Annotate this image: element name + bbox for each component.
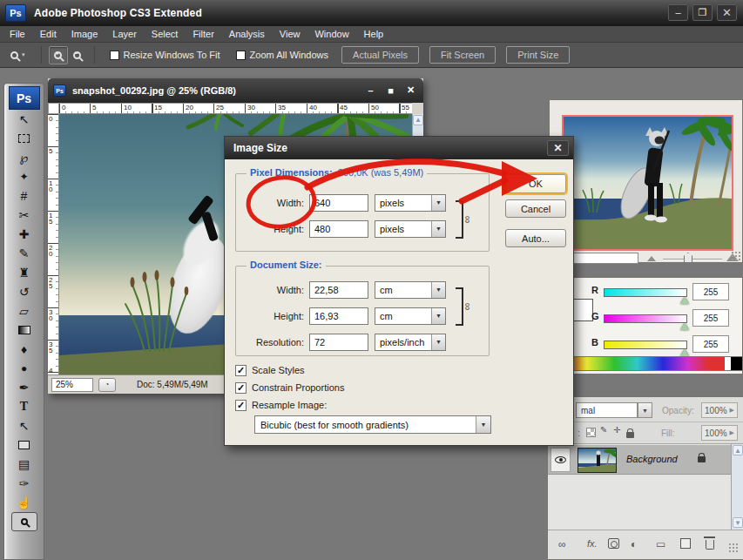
new-layer-icon[interactable] [680,538,691,549]
tool-move[interactable]: ↖ [11,110,37,129]
spectrum-black-swatch[interactable] [731,357,742,370]
pixel-width-unit-select[interactable]: pixels ▼ [375,194,446,212]
menu-analysis[interactable]: Analysis [227,29,267,39]
maximize-button[interactable]: ❐ [692,4,713,21]
doc-width-input[interactable]: 22,58 [309,281,368,299]
resample-method-select[interactable]: Bicubic (best for smooth gradients) ▼ [254,415,491,434]
panel-resize-grip[interactable] [731,251,741,261]
menu-filter[interactable]: Filter [191,29,215,39]
tool-type[interactable]: T [11,397,37,416]
tool-path-selection[interactable]: ↖ [11,416,37,435]
document-titlebar[interactable]: Ps snapshot_00292.jpg @ 25% (RGB/8) – ■ … [48,78,423,103]
resample-image-checkbox[interactable]: ✓ [235,400,247,411]
tool-clone-stamp[interactable]: ♜ [11,263,37,282]
menu-file[interactable]: File [8,29,27,39]
tool-history-brush[interactable]: ↺ [11,282,37,301]
blend-mode-chevron-icon[interactable]: ▼ [638,402,652,418]
constrain-proportions-checkbox-group[interactable]: ✓ Constrain Proportions [235,381,344,395]
menu-image[interactable]: Image [70,29,100,39]
dialog-titlebar[interactable]: Image Size ✕ [225,137,573,159]
doc-maximize-button[interactable]: ■ [382,83,399,98]
resize-windows-checkbox-group[interactable]: Resize Windows To Fit [110,50,220,60]
chevron-down-icon[interactable]: ▼ [431,308,445,324]
ok-button[interactable]: OK [505,174,566,193]
link-layers-icon[interactable]: ∞ [558,538,566,550]
tool-eyedropper[interactable]: ✑ [11,474,37,493]
panel-resize-grip[interactable] [728,543,739,553]
red-value-field[interactable]: 255 [692,283,729,300]
chevron-down-icon[interactable]: ▼ [431,282,445,298]
zoom-out-button[interactable]: − [68,46,87,64]
red-slider[interactable] [604,288,687,297]
menu-edit[interactable]: Edit [38,29,58,39]
spectrum-gradient[interactable] [563,357,725,370]
layers-scrollbar[interactable]: ▲ ▼ [731,444,743,530]
layer-row-background[interactable]: Background [548,445,731,475]
tool-hand[interactable]: ☝ [11,493,37,512]
color-spectrum-ramp[interactable] [562,356,743,371]
resolution-input[interactable]: 72 [309,334,368,351]
tool-brush[interactable]: ✎ [11,244,37,263]
menu-help[interactable]: Help [362,29,386,39]
tool-slice[interactable]: ✂ [11,206,37,225]
auto-button[interactable]: Auto... [505,229,566,247]
blue-value-field[interactable]: 255 [692,335,729,353]
tool-dodge[interactable]: ● [11,359,37,378]
dialog-close-button[interactable]: ✕ [547,140,569,156]
zoom-all-checkbox-group[interactable]: Zoom All Windows [236,50,328,60]
blue-slider-thumb[interactable] [680,349,689,356]
doc-close-button[interactable]: ✕ [402,83,419,98]
lock-paint-icon[interactable]: ✎ [600,425,607,435]
scale-styles-checkbox[interactable]: ✓ [235,365,247,376]
delete-layer-icon[interactable] [706,540,714,550]
navigator-preview[interactable] [562,115,733,251]
layer-effects-icon[interactable]: fx. [587,538,598,549]
scale-styles-checkbox-group[interactable]: ✓ Scale Styles [235,363,305,377]
tool-quick-selection[interactable]: ✦ [11,167,37,186]
fill-field[interactable]: 100%▶ [701,425,738,441]
zoom-level-field[interactable]: 25% [51,378,93,392]
doc-width-unit-select[interactable]: cm ▼ [375,281,446,299]
pixel-width-input[interactable]: 640 [309,194,368,212]
scroll-up-icon[interactable]: ▲ [733,445,743,455]
chevron-down-icon[interactable]: ▼ [431,334,445,350]
tool-pen[interactable]: ✒ [11,378,37,397]
cancel-button[interactable]: Cancel [505,199,566,218]
opacity-field[interactable]: 100%▶ [701,402,738,418]
fit-screen-button[interactable]: Fit Screen [429,46,496,64]
chevron-down-icon[interactable]: ▼ [431,221,445,237]
resolution-unit-select[interactable]: pixels/inch ▼ [375,334,446,351]
blue-slider[interactable] [604,341,687,349]
resample-image-checkbox-group[interactable]: ✓ Resample Image: [235,398,327,412]
zoom-in-button[interactable]: + [49,46,68,64]
tool-lasso[interactable]: ℘ [11,148,37,167]
adjustment-layer-icon[interactable]: ◐ [631,538,637,550]
print-size-button[interactable]: Print Size [506,46,570,64]
menu-select[interactable]: Select [150,29,180,39]
lock-transparency-icon[interactable] [586,428,596,437]
red-slider-thumb[interactable] [680,297,689,304]
tool-spot-healing[interactable]: ✚ [11,225,37,244]
blend-mode-select[interactable]: mal [576,402,638,418]
pixel-height-input[interactable]: 480 [309,220,368,238]
lock-all-icon[interactable] [626,432,634,438]
scroll-down-icon[interactable]: ▼ [733,517,743,528]
doc-height-unit-select[interactable]: cm ▼ [375,307,446,325]
green-value-field[interactable]: 255 [692,309,729,327]
tool-blur[interactable]: ♦ [11,340,37,359]
layer-name[interactable]: Background [626,454,678,464]
minimize-button[interactable]: – [668,4,688,21]
tool-rectangle[interactable] [11,435,37,455]
doc-minimize-button[interactable]: – [362,83,379,98]
menu-layer[interactable]: Layer [111,29,138,39]
layer-thumbnail[interactable] [578,448,617,473]
green-slider-thumb[interactable] [680,323,689,330]
tool-crop[interactable]: # [11,186,37,206]
green-slider[interactable] [604,314,687,323]
constrain-proportions-checkbox[interactable]: ✓ [235,382,247,394]
doc-height-input[interactable]: 16,93 [309,307,368,325]
tool-eraser[interactable]: ▱ [11,301,37,320]
zoom-all-checkbox[interactable] [236,51,246,60]
menu-window[interactable]: Window [313,29,350,39]
actual-pixels-button[interactable]: Actual Pixels [341,46,419,64]
